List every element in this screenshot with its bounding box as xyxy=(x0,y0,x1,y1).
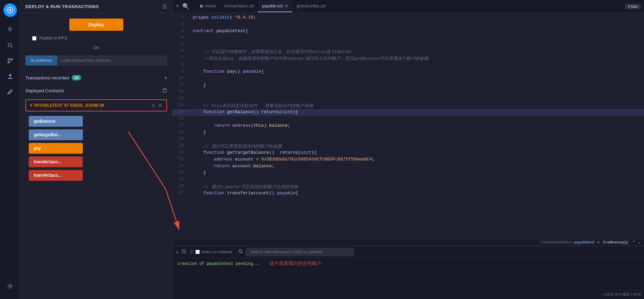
code-editor[interactable]: 1 pragma solidity ^0.4.19; 2 3 ▾ contrac… xyxy=(172,13,644,239)
line-content: // 我们可以查看部署合约的账户的金额 xyxy=(193,143,644,149)
line-content: function transfer1account() payable{ xyxy=(193,191,644,196)
line-content: // 可以进行转账操作，在部署成功之后，在页面当中的value填入10ether… xyxy=(193,49,644,55)
code-line-24: 24 } xyxy=(172,170,644,177)
line-number: 17 xyxy=(172,123,188,128)
line-content: pragma solidity ^0.4.19; xyxy=(193,15,644,20)
tab-animalattack[interactable]: AnimalAttack.sol xyxy=(220,1,258,12)
svg-rect-12 xyxy=(8,78,13,79)
sidebar-icon-settings[interactable] xyxy=(4,280,16,292)
tab-animalattack-label: AnimalAttack.sol xyxy=(224,4,254,8)
line-number: 14 xyxy=(172,103,188,107)
line-number: 4 xyxy=(172,35,188,40)
console-stop-icon[interactable] xyxy=(182,249,186,255)
sidebar-icon-search[interactable] xyxy=(4,39,16,51)
publish-ipfs-row: Publish to IPFS xyxy=(25,36,167,41)
transactions-recorded-section: Transactions recorded 14 xyxy=(25,75,81,80)
line-number: 9 xyxy=(172,69,188,74)
status-bar-right: CSDN @柠檬味小发糕 xyxy=(603,292,641,297)
deploy-button[interactable]: Deploy xyxy=(69,19,123,31)
function-btn-transfer2acc[interactable]: transfer2acc... xyxy=(29,170,83,181)
svg-point-2 xyxy=(9,9,11,11)
contract-ref-arrow-icon: ➤ xyxy=(596,240,600,245)
svg-rect-3 xyxy=(8,27,11,28)
expand-up-icon[interactable]: ⌃ xyxy=(631,240,635,245)
sidebar-icon-tools[interactable] xyxy=(4,86,16,98)
console-count: 0 xyxy=(190,249,193,254)
line-number: 6 xyxy=(172,49,188,53)
tab-globalvarible-label: globalvarible.sol xyxy=(296,4,326,8)
deploy-panel: DEPLOY & RUN TRANSACTIONS ☰ Deploy Publi… xyxy=(20,0,172,299)
line-content: function getBalance() returns(uint){ xyxy=(193,109,644,115)
sidebar-icon-files[interactable] xyxy=(4,24,16,36)
contract-chevron[interactable]: ▾ xyxy=(30,103,32,108)
svg-point-13 xyxy=(9,285,11,287)
line-number: 20 xyxy=(172,143,188,148)
zoom-in-icon[interactable]: + xyxy=(176,3,180,10)
publish-ipfs-label: Publish to IPFS xyxy=(39,36,67,41)
contract-close-icon[interactable]: ✕ xyxy=(158,103,162,108)
code-line-15: 15 ▾ function getBalance() returns(uint)… xyxy=(172,109,644,116)
console-search-input[interactable] xyxy=(246,248,354,256)
code-line-2: 2 xyxy=(172,21,644,28)
line-content: function pay() payable{ xyxy=(193,69,644,74)
function-btn-transfer1acc[interactable]: transfer1acc... xyxy=(29,156,83,167)
function-btn-gettargetBal[interactable]: gettargetBal... xyxy=(29,129,83,140)
code-line-18: 18 } xyxy=(172,129,644,136)
tab-home[interactable]: Home xyxy=(195,1,220,12)
at-address-button[interactable]: At Address xyxy=(25,55,57,66)
line-fold: ▾ xyxy=(188,109,193,114)
zoom-out-icon[interactable]: 🔍 xyxy=(182,3,190,10)
transactions-expand-icon[interactable]: ▾ xyxy=(165,75,167,80)
expand-down-icon[interactable]: ⌄ xyxy=(637,240,641,245)
function-buttons-list: getBalance gettargetBal... pay transfer1… xyxy=(25,114,167,182)
console-search-icon[interactable] xyxy=(238,249,243,255)
code-line-25: 25 xyxy=(172,177,644,183)
deploy-panel-menu-icon[interactable]: ☰ xyxy=(162,3,167,10)
code-line-19: 19 xyxy=(172,136,644,143)
line-number: 18 xyxy=(172,130,188,134)
svg-point-9 xyxy=(8,58,9,60)
code-line-8: 8 xyxy=(172,62,644,69)
line-number: 21 xyxy=(172,150,188,155)
load-contract-input[interactable] xyxy=(57,55,167,66)
svg-rect-4 xyxy=(8,28,12,29)
sidebar-icon-deploy[interactable] xyxy=(4,70,16,82)
code-line-17: 17 return address(this).balance; xyxy=(172,123,644,129)
line-number: 2 xyxy=(172,22,188,26)
listen-network-checkbox[interactable] xyxy=(195,250,200,254)
function-btn-getBalance[interactable]: getBalance xyxy=(29,116,83,127)
svg-rect-14 xyxy=(163,89,166,92)
line-fold: ▾ xyxy=(188,69,193,73)
line-number: 23 xyxy=(172,164,188,168)
console-collapse-icon[interactable]: « xyxy=(176,249,179,255)
line-number: 5 xyxy=(172,42,188,47)
code-line-26: 26 // 通过transfer可以实现外部账户之间的转账 xyxy=(172,183,644,190)
line-number: 12 xyxy=(172,89,188,94)
search-console xyxy=(238,248,354,256)
deployed-contracts-trash-icon[interactable] xyxy=(162,88,167,94)
line-content: //然后点击pay，就能发现外部账户当中的10ether成功转入合约账户，而且g… xyxy=(193,55,644,61)
tab-globalvarible[interactable]: globalvarible.sol xyxy=(292,1,330,12)
line-content: return address(this).balance; xyxy=(193,123,644,128)
sidebar-icon-git[interactable] xyxy=(4,55,16,67)
tab-payable[interactable]: payable.sol ✕ xyxy=(258,1,292,12)
contract-ref-prefix: ContractDefinition xyxy=(540,240,572,245)
tab-payable-close[interactable]: ✕ xyxy=(284,3,288,9)
icon-sidebar xyxy=(0,0,20,299)
editor-area: + 🔍 Home AnimalAttack.sol payable.sol ✕ … xyxy=(172,0,644,299)
line-content: // 通过transfer可以实现外部账户之间的转账 xyxy=(193,184,644,190)
publish-ipfs-checkbox[interactable] xyxy=(32,36,37,41)
function-btn-pay[interactable]: pay xyxy=(29,143,83,154)
code-line-13: 13 xyxy=(172,96,644,102)
code-line-22: 22 address account = 0x5B38Da6a701c56854… xyxy=(172,156,644,163)
deploy-panel-title: DEPLOY & RUN TRANSACTIONS xyxy=(25,4,99,9)
code-line-14: 14 // this表示的是当前合约 查看当前合约的账户余额 xyxy=(172,102,644,109)
contract-item-name: PAYABLETEST AT 0XB30...EA098 (M xyxy=(34,103,104,108)
line-number: 3 xyxy=(172,28,188,33)
tab-payable-label: payable.sol xyxy=(262,4,283,8)
svg-line-16 xyxy=(183,250,185,252)
contract-copy-icon[interactable]: ⊙ xyxy=(151,103,156,108)
home-icon xyxy=(199,4,204,8)
line-number: 22 xyxy=(172,157,188,161)
line-content: address account = 0x5B38Da6a701c568545dC… xyxy=(193,157,644,162)
